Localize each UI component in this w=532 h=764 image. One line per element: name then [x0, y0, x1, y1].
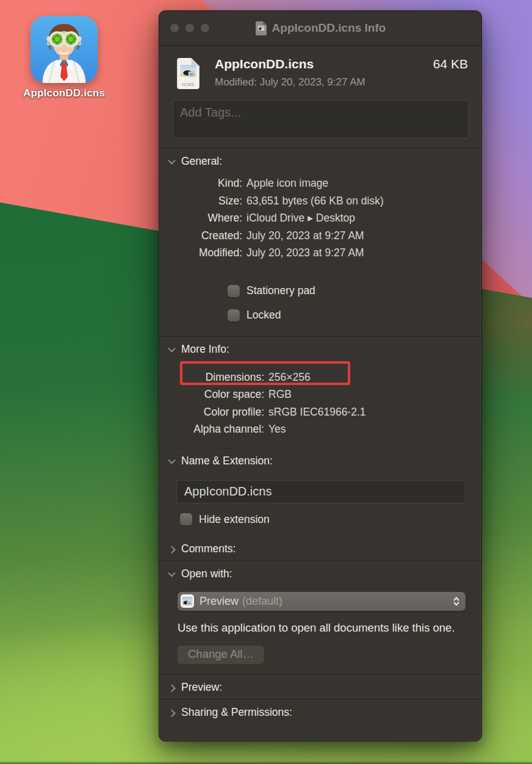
stationery-pad-row: Stationery pad — [228, 279, 481, 303]
chevron-right-icon — [168, 684, 176, 692]
popup-default-suffix: (default) — [242, 595, 282, 608]
chevron-down-icon — [168, 569, 176, 577]
desktop-file-icon[interactable]: AppIconDD.icns — [5, 16, 123, 99]
info-header: ICNS AppIconDD.icns 64 KB Modified: July… — [159, 46, 481, 99]
window-title: AppIconDD.icns Info — [272, 21, 386, 35]
popup-chevrons-icon — [453, 596, 460, 607]
svg-text:ICNS: ICNS — [182, 82, 195, 87]
info-row-modified: Modified:July 20, 2023 at 9:27 AM — [159, 244, 481, 262]
name-extension-disclosure[interactable]: Name & Extension: — [159, 449, 481, 473]
desktop: AppIconDD.icns AppIconDD.icns Info — [0, 0, 532, 764]
section-comments: Comments: — [159, 536, 481, 561]
hide-extension-checkbox[interactable] — [180, 513, 192, 525]
get-info-window: AppIconDD.icns Info ICNS Ap — [159, 10, 482, 741]
hide-extension-row: Hide extension — [180, 513, 481, 526]
section-name-extension: Name & Extension: Hide extension — [159, 448, 481, 536]
appicon-thumbnail[interactable] — [31, 16, 98, 83]
section-preview: Preview: — [159, 674, 481, 699]
filename-input[interactable] — [176, 480, 466, 503]
open-with-description: Use this application to open all documen… — [178, 619, 458, 636]
section-sharing-permissions: Sharing & Permissions: — [159, 699, 481, 724]
chevron-right-icon — [168, 546, 176, 553]
desktop-file-label: AppIconDD.icns — [5, 87, 123, 99]
document-proxy-icon — [255, 21, 267, 36]
chevron-right-icon — [168, 709, 176, 717]
file-name: AppIconDD.icns — [215, 57, 433, 71]
file-modified: Modified: July 20, 2023, 9:27 AM — [215, 76, 468, 88]
stationery-pad-checkbox[interactable] — [228, 285, 240, 297]
zoom-button[interactable] — [201, 24, 209, 32]
info-row-color-profile: Color profile:sRGB IEC61966-2.1 — [159, 403, 481, 421]
info-row-size: Size:63,651 bytes (66 KB on disk) — [159, 192, 481, 210]
info-row-created: Created:July 20, 2023 at 9:27 AM — [159, 227, 481, 245]
info-row-dimensions: Dimensions:256×256 — [159, 369, 481, 386]
popup-selected-app: Preview — [200, 595, 239, 608]
section-more-info: More Info: Dimensions:256×256 Color spac… — [159, 336, 481, 448]
section-general: General: Kind:Apple icon image Size:63,6… — [159, 148, 481, 336]
info-row-kind: Kind:Apple icon image — [159, 175, 481, 192]
info-row-color-space: Color space:RGB — [159, 386, 481, 403]
general-disclosure[interactable]: General: — [159, 149, 481, 173]
info-row-alpha-channel: Alpha channel:Yes — [159, 420, 481, 438]
change-all-button[interactable]: Change All… — [178, 646, 264, 664]
window-titlebar[interactable]: AppIconDD.icns Info — [159, 11, 481, 46]
icns-file-icon: ICNS — [171, 57, 205, 90]
traffic-lights — [170, 24, 209, 32]
chevron-down-icon — [168, 157, 176, 165]
sharing-permissions-disclosure[interactable]: Sharing & Permissions: — [159, 700, 481, 724]
info-row-where: Where:iCloud Drive ▸ Desktop — [159, 209, 481, 227]
preview-app-icon — [181, 594, 194, 608]
open-with-popup[interactable]: Preview (default) — [178, 592, 466, 611]
locked-row: Locked — [228, 303, 481, 328]
chevron-down-icon — [168, 456, 176, 464]
locked-checkbox[interactable] — [228, 309, 240, 322]
open-with-disclosure[interactable]: Open with: — [159, 561, 481, 586]
doctor-avatar-icon — [31, 16, 98, 83]
preview-disclosure[interactable]: Preview: — [159, 675, 481, 699]
file-size: 64 KB — [433, 57, 468, 71]
minimize-button[interactable] — [185, 24, 194, 32]
more-info-disclosure[interactable]: More Info: — [159, 337, 481, 361]
add-tags-input[interactable] — [173, 100, 469, 139]
close-button[interactable] — [170, 24, 179, 32]
chevron-down-icon — [168, 344, 176, 352]
wallpaper-bottom-edge — [0, 761, 532, 764]
comments-disclosure[interactable]: Comments: — [159, 536, 481, 561]
section-open-with: Open with: Preview (default) — [159, 561, 481, 674]
